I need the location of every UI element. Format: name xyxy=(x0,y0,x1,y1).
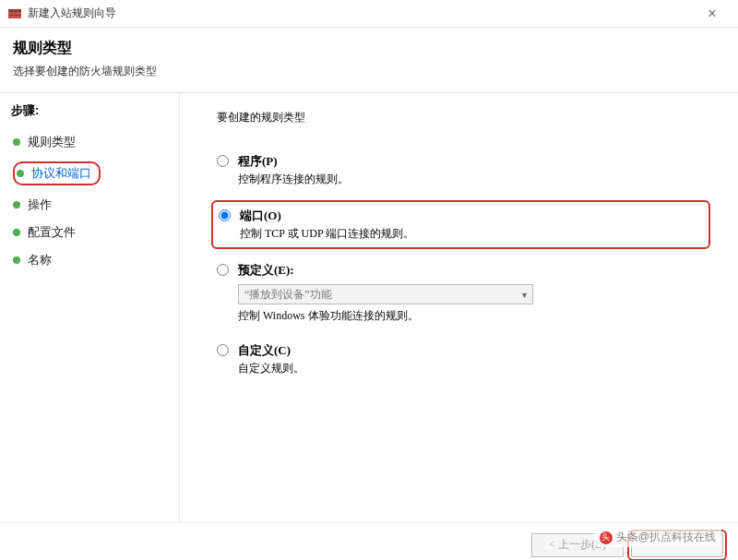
option-label: 自定义(C) xyxy=(238,342,710,359)
content-heading: 要创建的规则类型 xyxy=(217,110,710,125)
step-protocol-port[interactable]: 协议和端口 xyxy=(11,156,168,191)
bullet-icon xyxy=(13,201,20,209)
chevron-down-icon: ▾ xyxy=(522,290,527,300)
radio-predefined[interactable] xyxy=(217,264,229,276)
radio-program[interactable] xyxy=(217,155,229,167)
wizard-header: 规则类型 选择要创建的防火墙规则类型 xyxy=(0,28,738,93)
predefined-dropdown[interactable]: “播放到设备”功能 ▾ xyxy=(238,284,533,304)
option-program[interactable]: 程序(P) 控制程序连接的规则。 xyxy=(217,153,710,187)
step-label: 配置文件 xyxy=(28,224,76,241)
watermark-icon: 头 xyxy=(600,531,613,544)
page-title: 规则类型 xyxy=(13,39,725,58)
radio-custom[interactable] xyxy=(217,344,229,356)
option-port[interactable]: 端口(O) 控制 TCP 或 UDP 端口连接的规则。 xyxy=(211,200,710,249)
svg-rect-2 xyxy=(8,15,21,16)
bullet-icon xyxy=(13,229,20,236)
watermark: 头 头条@扒点科技在线 xyxy=(594,528,721,547)
firewall-icon xyxy=(7,6,22,21)
step-label: 规则类型 xyxy=(28,134,76,150)
bullet-icon xyxy=(13,138,20,146)
option-label: 端口(O) xyxy=(240,208,699,224)
step-label: 操作 xyxy=(28,197,52,213)
step-profile[interactable]: 配置文件 xyxy=(11,219,168,246)
watermark-text: 头条@扒点科技在线 xyxy=(616,530,716,545)
dropdown-value: “播放到设备”功能 xyxy=(244,287,522,303)
bullet-icon xyxy=(13,256,20,264)
radio-port[interactable] xyxy=(219,209,231,221)
option-label: 程序(P) xyxy=(238,153,710,170)
option-desc: 控制 TCP 或 UDP 端口连接的规则。 xyxy=(240,226,699,242)
titlebar: 新建入站规则向导 × xyxy=(0,0,738,28)
wizard-content: 要创建的规则类型 程序(P) 控制程序连接的规则。 端口(O) 控制 TCP 或… xyxy=(180,93,738,522)
close-button[interactable]: × xyxy=(694,6,731,22)
step-action[interactable]: 操作 xyxy=(11,191,168,219)
option-desc: 自定义规则。 xyxy=(238,361,710,376)
option-desc: 控制程序连接的规则。 xyxy=(238,172,710,187)
page-subtitle: 选择要创建的防火墙规则类型 xyxy=(13,64,725,79)
step-name[interactable]: 名称 xyxy=(11,246,168,274)
option-label: 预定义(E): xyxy=(238,262,710,279)
bullet-icon xyxy=(17,170,24,177)
steps-heading: 步骤: xyxy=(11,102,168,119)
step-label: 名称 xyxy=(28,252,52,268)
steps-sidebar: 步骤: 规则类型 协议和端口 操作 配置文件 名称 xyxy=(0,93,180,522)
window-title: 新建入站规则向导 xyxy=(28,6,694,21)
option-desc: 控制 Windows 体验功能连接的规则。 xyxy=(238,308,710,324)
step-label: 协议和端口 xyxy=(31,165,91,182)
option-custom[interactable]: 自定义(C) 自定义规则。 xyxy=(217,342,710,376)
step-rule-type[interactable]: 规则类型 xyxy=(11,128,168,156)
option-predefined[interactable]: 预定义(E): “播放到设备”功能 ▾ 控制 Windows 体验功能连接的规则… xyxy=(217,262,710,324)
svg-rect-1 xyxy=(8,9,21,12)
